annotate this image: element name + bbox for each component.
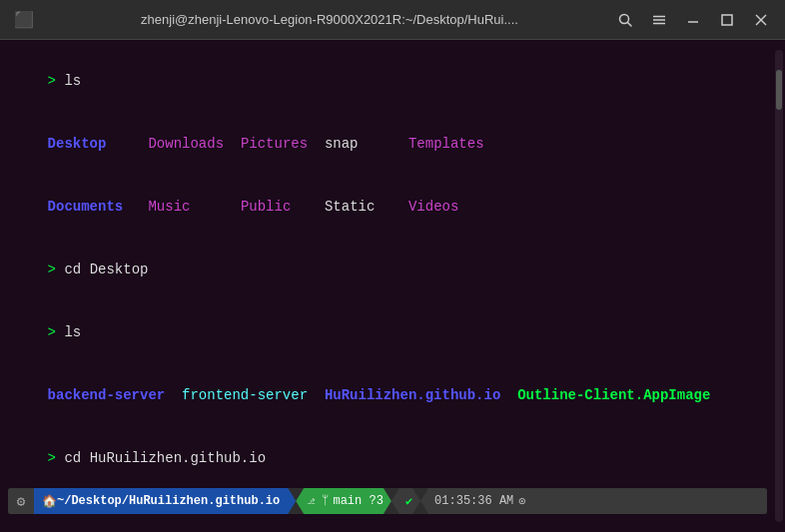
ls-music: Music — [148, 199, 190, 215]
ls-static: Static — [325, 199, 375, 215]
status-home-icon: 🏠 — [42, 494, 57, 509]
scrollbar[interactable] — [775, 50, 783, 522]
ls-snap: snap — [325, 136, 359, 152]
ls-backend: backend-server — [48, 387, 166, 403]
ls-huruilizhen: HuRuilizhen.github.io — [325, 387, 500, 403]
ls-frontend: frontend-server — [182, 387, 308, 403]
prompt-symbol-1: > — [48, 73, 65, 89]
ls-public: Public — [241, 199, 291, 215]
terminal-line-7: > cd HuRuilizhen.github.io — [14, 427, 771, 490]
cmd-2: cd Desktop — [64, 262, 148, 277]
git-branch-icon: ⎇ ᛘ — [308, 494, 329, 508]
git-branch-name: main ?3 — [333, 494, 383, 508]
window-controls — [611, 6, 775, 34]
prompt-symbol-3: > — [48, 324, 65, 340]
svg-line-1 — [628, 22, 632, 26]
terminal-line-6: backend-server frontend-server HuRuilizh… — [14, 364, 771, 427]
clock-icon: ⊙ — [518, 494, 525, 509]
terminal-icon: ⬛ — [10, 6, 38, 34]
status-gear-icon: ⚙ — [8, 488, 34, 514]
minimize-button[interactable] — [679, 6, 707, 34]
ls-outline: Outline-Client.AppImage — [517, 387, 710, 403]
status-check: ✔ — [392, 488, 420, 514]
time-text: 01:35:36 AM — [434, 494, 513, 508]
close-button[interactable] — [747, 6, 775, 34]
ls-downloads: Downloads — [148, 136, 224, 152]
maximize-button[interactable] — [713, 6, 741, 34]
cmd-4: cd HuRuilizhen.github.io — [64, 450, 266, 466]
prompt-symbol-2: > — [48, 262, 65, 277]
check-mark: ✔ — [405, 494, 412, 509]
status-time: 01:35:36 AM ⊙ — [420, 488, 767, 514]
window-title: zhenji@zhenji-Lenovo-Legion-R9000X2021R:… — [48, 12, 611, 27]
status-git: ⎇ ᛘ main ?3 — [296, 488, 392, 514]
status-path-text: ~/Desktop/HuRuilizhen.github.io — [57, 494, 280, 508]
terminal-line-3: Documents Music Public Static Videos — [14, 176, 771, 239]
ls-videos: Videos — [408, 199, 458, 215]
ls-documents: Documents — [48, 199, 124, 215]
ls-templates: Templates — [408, 136, 484, 152]
titlebar: ⬛ zhenji@zhenji-Lenovo-Legion-R9000X2021… — [0, 0, 785, 40]
terminal-body: > ls Desktop Downloads Pictures snap Tem… — [0, 40, 785, 532]
terminal-line-2: Desktop Downloads Pictures snap Template… — [14, 113, 771, 176]
terminal-line-1: > ls — [14, 50, 771, 113]
ls-desktop: Desktop — [48, 136, 107, 152]
terminal-line-5: > ls — [14, 301, 771, 364]
prompt-symbol-4: > — [48, 450, 65, 466]
menu-button[interactable] — [645, 6, 673, 34]
terminal-line-4: > cd Desktop — [14, 239, 771, 301]
search-button[interactable] — [611, 6, 639, 34]
status-path: 🏠 ~/Desktop/HuRuilizhen.github.io — [34, 488, 296, 514]
ls-pictures: Pictures — [241, 136, 308, 152]
scrollbar-thumb[interactable] — [776, 70, 782, 110]
cmd-1: ls — [64, 73, 81, 89]
cmd-3: ls — [64, 324, 81, 340]
statusbar: ⚙ 🏠 ~/Desktop/HuRuilizhen.github.io ⎇ ᛘ … — [8, 488, 767, 514]
svg-rect-6 — [722, 15, 732, 25]
